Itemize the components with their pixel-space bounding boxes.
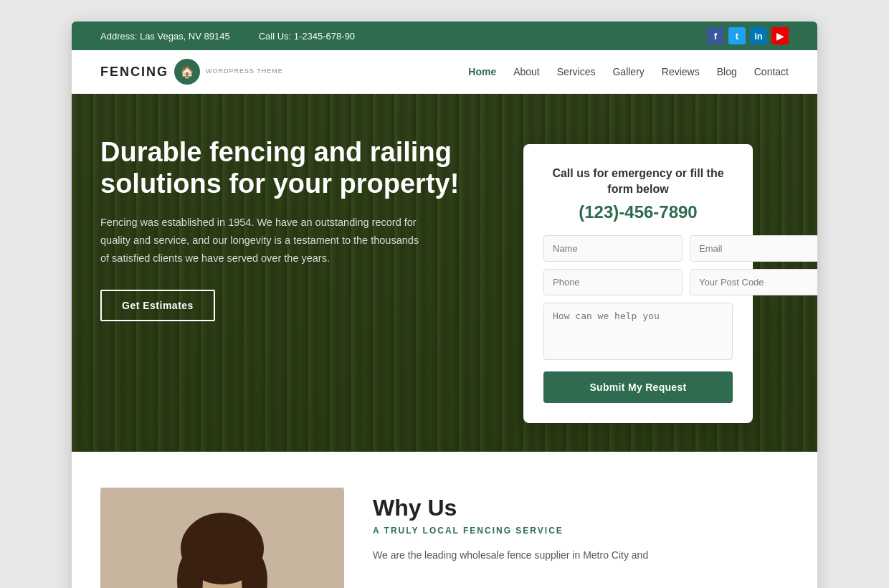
hero-title: Durable fencing and railing solutions fo… xyxy=(100,137,502,199)
phone-input[interactable] xyxy=(543,269,683,295)
why-us-title: Why Us xyxy=(373,495,789,521)
why-us-subtitle: A TRULY LOCAL FENCING SERVICE xyxy=(373,526,789,536)
nav-blog[interactable]: Blog xyxy=(717,66,737,77)
person-image xyxy=(100,488,344,588)
nav-links: Home About Services Gallery Reviews Blog… xyxy=(468,66,789,77)
nav-services[interactable]: Services xyxy=(557,66,596,77)
nav-reviews[interactable]: Reviews xyxy=(662,66,700,77)
logo: FENCING 🏠 WORDPRESS THEME xyxy=(100,59,283,85)
why-us-section: Why Us A TRULY LOCAL FENCING SERVICE We … xyxy=(72,452,817,588)
browser-window: Address: Las Vegas, NV 89145 Call Us: 1-… xyxy=(72,22,817,588)
form-card-title: Call us for emergency or fill the form b… xyxy=(543,166,733,198)
top-bar-info: Address: Las Vegas, NV 89145 Call Us: 1-… xyxy=(100,31,355,42)
linkedin-icon[interactable]: in xyxy=(750,27,767,44)
why-us-text: Why Us A TRULY LOCAL FENCING SERVICE We … xyxy=(373,488,789,564)
nav-gallery[interactable]: Gallery xyxy=(612,66,644,77)
social-icons: f t in ▶ xyxy=(707,27,789,44)
phone-label: Call Us: 1-2345-678-90 xyxy=(259,31,355,42)
logo-icon: 🏠 xyxy=(174,59,200,85)
hero-content: Durable fencing and railing solutions fo… xyxy=(72,94,817,452)
nav-bar: FENCING 🏠 WORDPRESS THEME Home About Ser… xyxy=(72,50,817,94)
name-input[interactable] xyxy=(543,235,683,262)
top-bar: Address: Las Vegas, NV 89145 Call Us: 1-… xyxy=(72,22,817,50)
postcode-input[interactable] xyxy=(690,269,817,295)
facebook-icon[interactable]: f xyxy=(707,27,724,44)
address-label: Address: Las Vegas, NV 89145 xyxy=(100,31,230,42)
message-textarea[interactable] xyxy=(543,303,733,360)
logo-subtitle: WORDPRESS THEME xyxy=(206,67,283,75)
nav-contact[interactable]: Contact xyxy=(754,66,789,77)
contact-form-card: Call us for emergency or fill the form b… xyxy=(523,144,753,423)
hero-description: Fencing was established in 1954. We have… xyxy=(100,214,430,267)
nav-home[interactable]: Home xyxy=(468,66,496,77)
form-row-phone-postcode xyxy=(543,269,733,295)
why-us-image xyxy=(100,488,344,588)
form-row-name-email xyxy=(543,235,733,262)
twitter-icon[interactable]: t xyxy=(728,27,746,44)
youtube-icon[interactable]: ▶ xyxy=(771,27,789,44)
hero-left: Durable fencing and railing solutions fo… xyxy=(100,137,502,423)
submit-button[interactable]: Submit My Request xyxy=(543,371,733,403)
form-phone: (123)-456-7890 xyxy=(543,202,733,222)
why-us-description: We are the leading wholesale fence suppl… xyxy=(373,547,789,564)
get-estimates-button[interactable]: Get Estimates xyxy=(100,290,215,321)
email-input[interactable] xyxy=(690,235,817,262)
hero-section: Durable fencing and railing solutions fo… xyxy=(72,94,817,452)
nav-about[interactable]: About xyxy=(513,66,540,77)
logo-text: FENCING xyxy=(100,65,168,80)
